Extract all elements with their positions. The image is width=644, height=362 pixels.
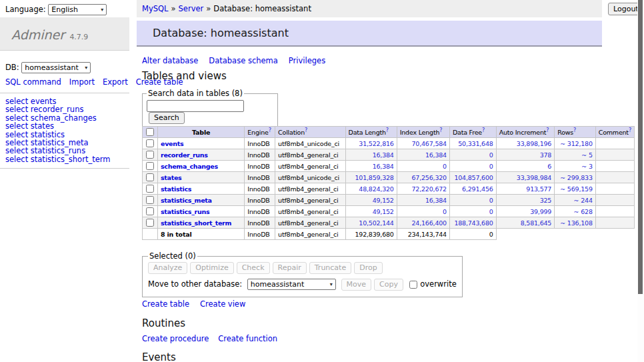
rows-cell: ~ 312,180 <box>555 138 596 149</box>
rows-count-link[interactable]: ~ 136,108 <box>560 219 592 227</box>
help-link[interactable]: ? <box>482 127 485 133</box>
sidebar-action-sql-command[interactable]: SQL command <box>5 77 61 87</box>
help-link[interactable]: ? <box>386 127 389 133</box>
drop-button[interactable]: Drop <box>354 262 382 274</box>
rows-cell: ~ 299,833 <box>555 172 596 183</box>
column-label: Data Length <box>349 129 386 137</box>
overwrite-checkbox[interactable] <box>409 281 417 289</box>
help-link[interactable]: ? <box>439 127 442 133</box>
copy-button[interactable]: Copy <box>374 279 403 291</box>
database-schema-link[interactable]: Database schema <box>209 56 277 65</box>
repair-button[interactable]: Repair <box>273 262 307 274</box>
help-link[interactable]: ? <box>269 127 271 133</box>
help-link[interactable]: ? <box>546 127 549 133</box>
table-name-link[interactable]: events <box>161 140 183 147</box>
move-db-select[interactable]: homeassistant ▾ <box>247 279 336 290</box>
row-checkbox[interactable] <box>146 162 154 170</box>
total-index-length-cell: 234,143,744 <box>397 229 449 240</box>
sidebar-item-select-statistics-short-term[interactable]: select statistics_short_term <box>5 155 110 164</box>
row-checkbox[interactable] <box>146 173 154 181</box>
move-row: Move to other database: homeassistant ▾ … <box>148 279 457 291</box>
breadcrumb-mysql[interactable]: MySQL <box>142 4 169 13</box>
data-length-cell: 31,522,816 <box>345 138 397 149</box>
create-procedure-link[interactable]: Create procedure <box>142 334 209 343</box>
index-length-cell: 70,467,584 <box>397 138 449 149</box>
engine-cell: InnoDB <box>245 149 275 161</box>
row-checkbox[interactable] <box>146 139 154 147</box>
rows-count-link[interactable]: ~ 628 <box>574 208 593 215</box>
vertical-scrollbar[interactable] <box>637 0 644 362</box>
table-name-link[interactable]: statistics_runs <box>161 208 209 215</box>
row-checkbox[interactable] <box>146 185 154 193</box>
routine-links: Create procedureCreate function <box>142 334 287 343</box>
db-select[interactable]: homeassistant ▾ <box>21 62 91 73</box>
create-links: Create tableCreate view <box>142 299 256 309</box>
help-sup: ? <box>305 127 307 133</box>
rows-count-link[interactable]: ~ 5 <box>581 151 592 159</box>
collation-cell: utf8mb4_general_ci <box>275 161 345 172</box>
scrollbar-thumb[interactable] <box>638 0 643 294</box>
search-button[interactable]: Search <box>149 112 185 124</box>
chevron-down-icon: ▾ <box>85 65 87 71</box>
help-link[interactable]: ? <box>305 127 307 133</box>
rows-count-link[interactable]: ~ 3 <box>581 163 592 170</box>
create-table-link[interactable]: Create table <box>142 299 189 309</box>
table-row: recorder_runsInnoDButf8mb4_general_ci16,… <box>143 149 635 161</box>
optimize-button[interactable]: Optimize <box>190 262 233 274</box>
language-select[interactable]: English ▾ <box>48 4 107 15</box>
table-name-link[interactable]: statistics_meta <box>161 197 212 204</box>
data-length-cell: 48,824,320 <box>345 183 397 195</box>
select-all-checkbox[interactable] <box>146 128 154 136</box>
analyze-button[interactable]: Analyze <box>148 262 187 274</box>
row-checkbox-cell <box>143 206 158 217</box>
table-name-link[interactable]: statistics_short_term <box>161 219 231 227</box>
row-checkbox-cell <box>143 172 158 183</box>
breadcrumb-separator: » <box>206 4 211 13</box>
collation-cell: utf8mb4_general_ci <box>275 195 345 206</box>
create-function-link[interactable]: Create function <box>218 334 277 343</box>
table-name-link[interactable]: schema_changes <box>161 163 218 170</box>
data-free-cell: 0 <box>449 206 496 217</box>
row-checkbox-cell <box>143 183 158 195</box>
row-checkbox[interactable] <box>146 151 154 159</box>
help-link[interactable]: ? <box>573 127 576 133</box>
help-link[interactable]: ? <box>629 127 631 133</box>
engine-cell: InnoDB <box>245 161 275 172</box>
row-checkbox[interactable] <box>146 207 154 215</box>
table-name-link[interactable]: statistics <box>161 185 191 193</box>
column-header-rows: Rows? <box>555 127 596 138</box>
privileges-link[interactable]: Privileges <box>289 56 325 65</box>
rows-count-link[interactable]: ~ 244 <box>574 197 593 204</box>
rows-count-link[interactable]: ~ 569,159 <box>560 185 592 193</box>
list-item: select statistics_short_term <box>5 155 124 163</box>
sidebar-action-export[interactable]: Export <box>103 77 128 87</box>
help-sup: ? <box>269 127 271 133</box>
index-length-cell: 67,256,320 <box>397 172 449 183</box>
breadcrumb-server[interactable]: Server <box>179 4 204 13</box>
collation-cell: utf8mb4_general_ci <box>275 229 345 240</box>
column-header-comment: Comment? <box>595 127 634 138</box>
rows-count-link[interactable]: ~ 299,833 <box>560 174 592 181</box>
rows-count-link[interactable]: ~ 312,180 <box>560 140 592 147</box>
data-free-cell: 104,857,600 <box>449 172 496 183</box>
column-label: Engine <box>247 129 268 137</box>
column-label: Comment <box>599 129 629 137</box>
row-checkbox-cell <box>143 217 158 229</box>
row-checkbox[interactable] <box>146 219 154 227</box>
search-input[interactable] <box>147 100 244 112</box>
sidebar-action-import[interactable]: Import <box>69 77 95 87</box>
row-checkbox-cell <box>143 161 158 172</box>
check-button[interactable]: Check <box>237 262 270 274</box>
collation-cell: utf8mb4_unicode_ci <box>275 138 345 149</box>
row-checkbox[interactable] <box>146 196 154 204</box>
truncate-button[interactable]: Truncate <box>309 262 351 274</box>
create-view-link[interactable]: Create view <box>200 299 245 309</box>
engine-cell: InnoDB <box>245 229 275 240</box>
alter-database-link[interactable]: Alter database <box>142 56 198 65</box>
sidebar-actions: SQL commandImportExportCreate table <box>5 78 119 87</box>
table-name-link[interactable]: states <box>161 174 181 181</box>
rows-cell: ~ 569,159 <box>555 183 596 195</box>
table-name-link[interactable]: recorder_runs <box>161 151 208 159</box>
move-button[interactable]: Move <box>341 279 372 291</box>
table-row: statistics_runsInnoDButf8mb4_general_ci4… <box>143 206 635 217</box>
